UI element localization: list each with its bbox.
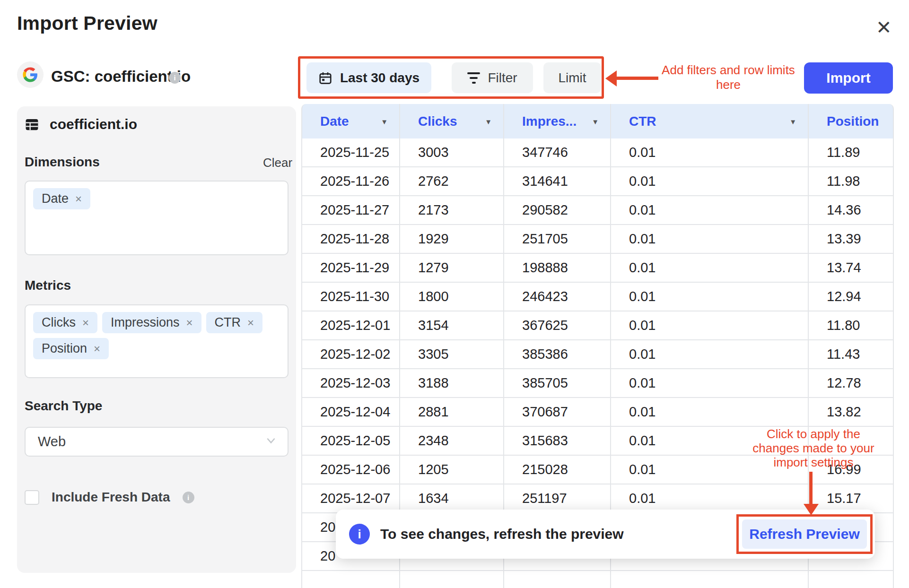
table-cell: 2025-12-01 bbox=[301, 311, 400, 340]
sort-dropdown-icon[interactable]: ▼ bbox=[789, 117, 796, 125]
fresh-data-row: Include Fresh Data i bbox=[25, 490, 194, 505]
table-row: 2025-12-0331883857050.0112.78 bbox=[301, 369, 894, 398]
field-chip[interactable]: Impressions× bbox=[102, 312, 201, 333]
filters-annotation-text: Add filters and row limits here bbox=[657, 63, 799, 92]
table-cell: 15.17 bbox=[809, 484, 894, 513]
google-g-icon bbox=[22, 67, 38, 83]
table-cell: 215028 bbox=[504, 456, 611, 484]
sort-dropdown-icon[interactable]: ▼ bbox=[381, 117, 388, 125]
fresh-data-info-icon[interactable]: i bbox=[183, 492, 194, 503]
field-chip[interactable]: CTR× bbox=[206, 312, 263, 333]
table-row: 2025-11-3018002464230.0112.94 bbox=[301, 283, 894, 311]
table-cell: 2025-12-05 bbox=[301, 427, 400, 456]
table-cell: 315683 bbox=[504, 427, 611, 456]
table-cell: 385705 bbox=[504, 369, 611, 398]
table-row: 2025-11-2530033477460.0111.89 bbox=[301, 138, 894, 167]
chip-remove-icon[interactable]: × bbox=[94, 342, 100, 355]
table-cell: 3003 bbox=[400, 138, 504, 167]
sidebar-source-row: coefficient.io bbox=[25, 116, 137, 132]
table-cell: 13.39 bbox=[809, 225, 894, 254]
filter-label: Filter bbox=[488, 70, 517, 86]
table-cell: 2025-11-27 bbox=[301, 196, 400, 225]
column-header-impres[interactable]: Impres...▼ bbox=[504, 104, 611, 138]
table-cell: 12.78 bbox=[809, 369, 894, 398]
table-cell: 2348 bbox=[400, 427, 504, 456]
search-type-value: Web bbox=[38, 434, 66, 450]
clear-link[interactable]: Clear bbox=[263, 156, 292, 170]
table-cell: 14.36 bbox=[809, 196, 894, 225]
close-icon[interactable]: ✕ bbox=[876, 18, 892, 37]
sort-dropdown-icon[interactable]: ▼ bbox=[485, 117, 492, 125]
search-type-select[interactable]: Web bbox=[25, 427, 288, 457]
table-cell: 2025-12-04 bbox=[301, 398, 400, 427]
table-row: 2025-12-0131543676250.0111.80 bbox=[301, 311, 894, 340]
toast-message: To see changes, refresh the preview bbox=[380, 526, 624, 542]
limit-button[interactable]: Limit bbox=[543, 62, 601, 93]
refresh-annotation-line: Click to apply the bbox=[738, 427, 889, 441]
table-cell: 2173 bbox=[400, 196, 504, 225]
refresh-preview-label: Refresh Preview bbox=[749, 526, 859, 542]
column-header-clicks[interactable]: Clicks▼ bbox=[400, 104, 504, 138]
table-cell: 0.01 bbox=[611, 484, 809, 513]
refresh-toast: i To see changes, refresh the preview Re… bbox=[336, 510, 875, 559]
field-chip-label: Position bbox=[42, 341, 87, 356]
filter-button[interactable]: Filter bbox=[452, 62, 533, 93]
table-row: 2025-12-0428813706870.0113.82 bbox=[301, 398, 894, 427]
table-cell: 0.01 bbox=[611, 398, 809, 427]
table-cell: 11.89 bbox=[809, 138, 894, 167]
limit-label: Limit bbox=[558, 70, 586, 86]
table-cell: 1929 bbox=[400, 225, 504, 254]
table-cell: 2025-11-26 bbox=[301, 167, 400, 196]
table-cell: 1279 bbox=[400, 254, 504, 283]
table-row: 2025-11-2721732905820.0114.36 bbox=[301, 196, 894, 225]
refresh-annotation-line: changes made to your bbox=[738, 441, 889, 455]
table-cell: 2881 bbox=[400, 398, 504, 427]
table-cell: 1205 bbox=[400, 456, 504, 484]
field-chip[interactable]: Date× bbox=[33, 188, 90, 209]
table-cell: 13.82 bbox=[809, 398, 894, 427]
table-cell: 0.01 bbox=[611, 167, 809, 196]
source-info-icon[interactable]: i bbox=[169, 72, 181, 84]
refresh-preview-button[interactable]: Refresh Preview bbox=[742, 519, 867, 549]
dimensions-label: Dimensions bbox=[25, 155, 100, 170]
table-cell: 11.80 bbox=[809, 311, 894, 340]
table-row: 2025-12-0233053853860.0111.43 bbox=[301, 340, 894, 369]
table-cell: 12.94 bbox=[809, 283, 894, 311]
table-cell: 246423 bbox=[504, 283, 611, 311]
table-cell bbox=[611, 571, 809, 588]
chip-remove-icon[interactable]: × bbox=[186, 316, 193, 329]
chip-remove-icon[interactable]: × bbox=[75, 192, 82, 206]
table-row: 2025-11-2627623146410.0111.98 bbox=[301, 167, 894, 196]
table-cell: 0.01 bbox=[611, 138, 809, 167]
field-chip[interactable]: Clicks× bbox=[33, 312, 97, 333]
chip-remove-icon[interactable]: × bbox=[82, 316, 89, 329]
column-header-position[interactable]: Position bbox=[809, 104, 894, 138]
table-cell: 2025-12-02 bbox=[301, 340, 400, 369]
column-header-label: Date bbox=[320, 114, 349, 129]
dimensions-box[interactable]: Date× bbox=[25, 181, 288, 255]
table-cell: 314641 bbox=[504, 167, 611, 196]
table-cell: 1800 bbox=[400, 283, 504, 311]
table-cell: 0.01 bbox=[611, 254, 809, 283]
table-cell bbox=[504, 571, 611, 588]
metrics-box[interactable]: Clicks×Impressions×CTR×Position× bbox=[25, 304, 288, 378]
table-cell: 0.01 bbox=[611, 225, 809, 254]
table-cell: 385386 bbox=[504, 340, 611, 369]
refresh-annotation-box: Refresh Preview bbox=[736, 514, 873, 554]
column-header-date[interactable]: Date▼ bbox=[301, 104, 400, 138]
chip-remove-icon[interactable]: × bbox=[247, 316, 254, 329]
table-cell bbox=[400, 571, 504, 588]
table-cell: 3305 bbox=[400, 340, 504, 369]
table-cell: 0.01 bbox=[611, 311, 809, 340]
import-button[interactable]: Import bbox=[804, 62, 893, 94]
sort-dropdown-icon[interactable]: ▼ bbox=[592, 117, 599, 125]
sidebar-source-name: coefficient.io bbox=[50, 116, 137, 132]
refresh-annotation-line: import settings bbox=[738, 455, 889, 469]
column-header-ctr[interactable]: CTR▼ bbox=[611, 104, 809, 138]
date-range-button[interactable]: Last 30 days bbox=[306, 62, 431, 93]
field-chip[interactable]: Position× bbox=[33, 338, 109, 359]
table-cell: 0.01 bbox=[611, 283, 809, 311]
fresh-data-checkbox[interactable] bbox=[25, 490, 39, 505]
table-cell: 13.74 bbox=[809, 254, 894, 283]
column-header-label: CTR bbox=[629, 114, 656, 129]
